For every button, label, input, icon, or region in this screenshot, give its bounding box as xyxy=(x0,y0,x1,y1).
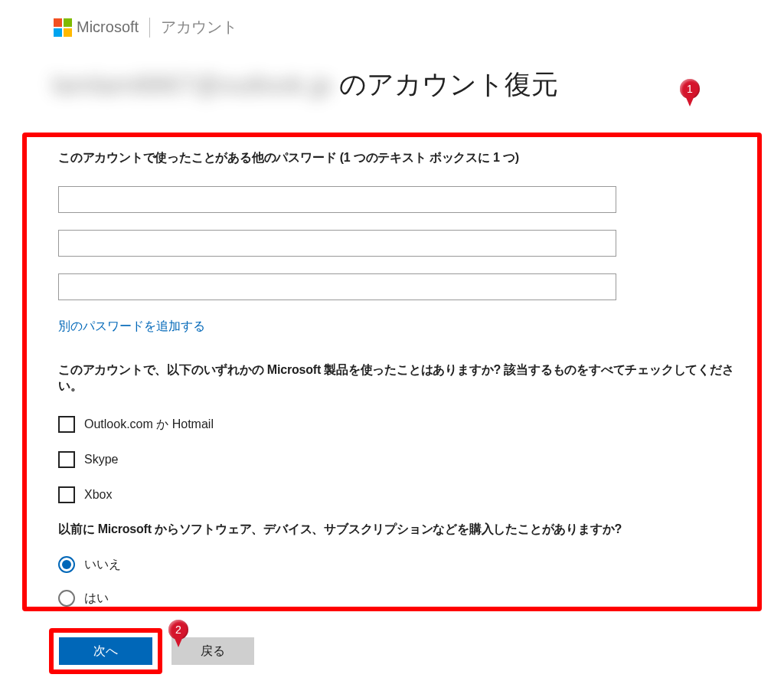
page-header: Microsoft アカウント xyxy=(0,0,784,38)
radio-icon[interactable] xyxy=(58,556,75,573)
radio-label: はい xyxy=(84,591,109,607)
annotation-pin-2: 2 xyxy=(168,620,188,647)
checkbox-label: Outlook.com か Hotmail xyxy=(84,417,214,433)
header-divider xyxy=(149,18,150,38)
pin-tail-icon xyxy=(174,637,183,647)
add-password-link[interactable]: 別のパスワードを追加する xyxy=(58,319,205,335)
account-email-blurred: lamlam8867@outlook.jp xyxy=(52,70,332,100)
action-buttons: 次へ 戻る xyxy=(49,628,254,674)
purchase-question-label: 以前に Microsoft からソフトウェア、デバイス、サブスクリプションなどを… xyxy=(58,522,747,538)
title-suffix: のアカウント復元 xyxy=(339,67,558,103)
checkbox-icon[interactable] xyxy=(58,416,75,433)
section-text: アカウント xyxy=(161,17,237,38)
checkbox-icon[interactable] xyxy=(58,486,75,503)
purchase-option-yes[interactable]: はい xyxy=(58,590,747,607)
product-row-skype[interactable]: Skype xyxy=(58,451,747,468)
microsoft-logo-icon xyxy=(54,18,72,37)
checkbox-label: Xbox xyxy=(84,488,112,502)
annotation-pin-1: 1 xyxy=(680,79,700,106)
brand-text: Microsoft xyxy=(77,18,139,36)
password-input-3[interactable] xyxy=(58,273,616,300)
passwords-question-label: このアカウントで使ったことがある他のパスワード (1 つのテキスト ボックスに … xyxy=(58,150,747,166)
annotation-frame-2: 次へ xyxy=(49,628,162,674)
checkbox-label: Skype xyxy=(84,453,118,466)
products-question-label: このアカウントで、以下のいずれかの Microsoft 製品を使ったことはありま… xyxy=(58,362,747,394)
product-row-xbox[interactable]: Xbox xyxy=(58,486,747,503)
pin-tail-icon xyxy=(685,96,694,106)
password-input-1[interactable] xyxy=(58,186,616,213)
radio-label: いいえ xyxy=(84,557,121,573)
next-button[interactable]: 次へ xyxy=(59,637,152,665)
page-title: lamlam8867@outlook.jp のアカウント復元 xyxy=(0,38,784,103)
checkbox-icon[interactable] xyxy=(58,451,75,468)
recovery-form: このアカウントで使ったことがある他のパスワード (1 つのテキスト ボックスに … xyxy=(58,150,747,624)
purchase-option-no[interactable]: いいえ xyxy=(58,556,747,573)
password-input-2[interactable] xyxy=(58,230,616,257)
radio-icon[interactable] xyxy=(58,590,75,607)
product-row-outlook[interactable]: Outlook.com か Hotmail xyxy=(58,416,747,433)
